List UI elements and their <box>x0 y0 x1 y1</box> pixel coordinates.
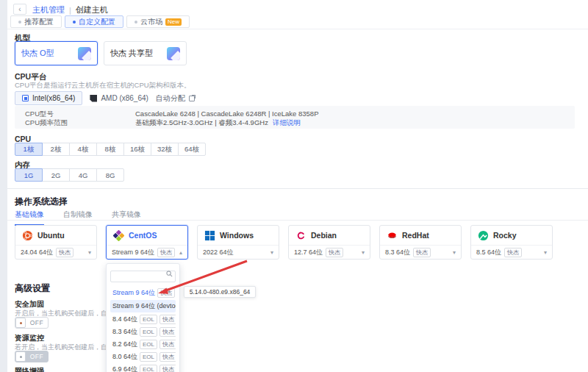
dropdown-option-stream9[interactable]: Stream 9 64位 快杰 <box>110 287 176 298</box>
dropdown-search <box>110 268 176 282</box>
memory-option-1g[interactable]: 1G <box>15 168 43 182</box>
os-name: CentOS <box>129 231 157 240</box>
image-tabs: 基础镜像 自制镜像 共享镜像 <box>15 210 141 226</box>
kuaijie-badge: 快杰 <box>157 288 175 298</box>
platform-option-auto[interactable]: 自动分配 <box>156 93 195 104</box>
dropdown-option-6-9[interactable]: 6.9 64位 EOL 快杰 <box>110 364 176 372</box>
centos-logo-icon <box>113 230 124 241</box>
memory-option-8g[interactable]: 8G <box>96 168 124 182</box>
dropdown-option-8-2[interactable]: 8.2 64位 EOL 快杰 <box>110 339 176 350</box>
cpu-option-8core[interactable]: 8核 <box>96 143 124 156</box>
tab-cloud-market[interactable]: 云市场 New <box>126 15 190 28</box>
chevron-down-icon: ▾ <box>88 249 91 256</box>
os-version: 2022 64位 <box>203 248 234 257</box>
cpu-freq-value: 基础频率2.5GHz-3.0GHz | 睿频3.4-4.9GHz <box>135 118 268 128</box>
security-hardening-toggle[interactable]: OFF <box>15 317 49 329</box>
cpu-option-1core[interactable]: 1核 <box>15 143 43 156</box>
chevron-up-icon: ▴ <box>179 249 182 256</box>
os-version: 12.7 64位 <box>294 248 323 257</box>
search-icon <box>166 271 173 277</box>
tab-custom-config[interactable]: 自定义配置 <box>65 15 123 28</box>
platform-option-intel[interactable]: Intel(x86_64) <box>15 91 82 105</box>
kuaijie-badge: 快杰 <box>159 340 176 349</box>
os-name: RedHat <box>402 231 429 240</box>
option-label: 8.3 64位 <box>112 327 137 337</box>
os-version-select[interactable]: 12.7 64位 快杰 ▾ <box>289 245 370 260</box>
os-version-select[interactable]: 8.3 64位 快杰 ▾ <box>380 245 461 260</box>
os-version-select[interactable]: 24.04 64位 快杰 ▾ <box>15 245 96 260</box>
kuaijie-badge: 快杰 <box>159 315 176 324</box>
os-name: Windows <box>220 231 254 240</box>
kernel-version-tooltip: 5.14.0-480.e9.x86_64 <box>184 286 256 298</box>
memory-option-2g[interactable]: 2G <box>42 168 70 182</box>
security-hardening-label: 安全加固 <box>15 299 44 310</box>
kuaijie-badge: 快杰 <box>159 365 176 372</box>
chevron-down-icon: ▾ <box>362 249 365 256</box>
eol-badge: EOL <box>140 327 157 337</box>
machine-type-name: 快杰 O型 <box>21 48 54 59</box>
tab-recommended-config[interactable]: 推荐配置 <box>10 15 62 28</box>
machine-type-card-kuaijie-o[interactable]: 快杰 O型 <box>15 41 98 65</box>
external-link-icon <box>189 96 195 101</box>
resource-monitor-label: 资源监控 <box>15 333 44 343</box>
tab-label: 推荐配置 <box>24 17 54 27</box>
tab-base-image[interactable]: 基础镜像 <box>15 210 44 226</box>
cpu-core-options: 1核 2核 4核 8核 16核 32核 64核 <box>15 143 206 156</box>
tab-custom-image[interactable]: 自制镜像 <box>63 210 93 226</box>
os-version-select[interactable]: 2022 64位 ▾ <box>198 245 279 260</box>
dropdown-option-stream9-devtool[interactable]: Stream 9 64位 (devtool 快杰 <box>110 300 176 312</box>
os-version-select[interactable]: 8.5 64位 快杰 ▾ <box>471 245 552 260</box>
kuaijie-badge: 快杰 <box>159 352 176 362</box>
chevron-down-icon: ▾ <box>270 249 273 256</box>
kuaijie-badge: 快杰 <box>157 248 175 257</box>
eol-badge: EOL <box>140 315 157 324</box>
dropdown-option-8-4[interactable]: 8.4 64位 EOL 快杰 <box>110 314 176 325</box>
advanced-settings-heading: 高级设置 <box>15 282 50 295</box>
os-card-debian[interactable]: Debian 12.7 64位 快杰 ▾ <box>288 225 370 260</box>
tab-dot-icon <box>73 21 76 24</box>
cpu-option-4core[interactable]: 4核 <box>69 143 97 156</box>
os-card-ubuntu[interactable]: Ubuntu 24.04 64位 快杰 ▾ <box>15 225 97 260</box>
eol-badge: EOL <box>140 352 157 362</box>
memory-option-4g[interactable]: 4G <box>69 168 97 182</box>
redhat-logo-icon <box>387 230 398 241</box>
breadcrumb: 主机管理 | 创建主机 <box>32 4 108 15</box>
tabs-divider <box>7 29 588 29</box>
platform-amd-label: AMD (x86_64) <box>101 94 148 102</box>
option-label: Stream 9 64位 <box>112 288 155 298</box>
tab-label: 云市场 <box>140 17 162 27</box>
resource-monitor-toggle[interactable]: OFF <box>15 351 49 362</box>
cpu-option-2core[interactable]: 2核 <box>42 143 70 156</box>
cpu-option-32core[interactable]: 32核 <box>151 143 179 156</box>
memory-options: 1G 2G 4G 8G <box>15 168 124 182</box>
tab-label: 自定义配置 <box>79 17 115 27</box>
page-left-gutter <box>0 0 7 372</box>
os-card-centos[interactable]: CentOS Stream 9 64位 快杰 ▴ <box>106 225 188 260</box>
chevron-down-icon: ▾ <box>453 249 456 256</box>
dropdown-option-8-3[interactable]: 8.3 64位 EOL 快杰 <box>110 326 176 337</box>
os-card-windows[interactable]: Windows 2022 64位 ▾ <box>197 225 279 260</box>
platform-auto-label: 自动分配 <box>156 93 185 104</box>
os-card-redhat[interactable]: RedHat 8.3 64位 快杰 ▾ <box>379 225 462 260</box>
back-button[interactable]: ‹ <box>13 4 26 15</box>
os-version: 8.3 64位 <box>385 248 410 257</box>
dropdown-option-8-0[interactable]: 8.0 64位 EOL 快杰 <box>110 351 176 362</box>
cpu-option-16core[interactable]: 16核 <box>123 143 151 156</box>
platform-option-amd[interactable]: AMD (x86_64) <box>90 94 148 102</box>
machine-type-card-kuaijie-shared[interactable]: 快杰 共享型 <box>104 41 187 65</box>
kuaijie-badge: 快杰 <box>159 327 176 337</box>
breadcrumb-section[interactable]: 主机管理 <box>32 4 65 15</box>
os-card-header: Debian <box>289 226 370 245</box>
cpu-option-64core[interactable]: 64核 <box>178 143 206 156</box>
tab-shared-image[interactable]: 共享镜像 <box>112 210 141 226</box>
machine-type-name: 快杰 共享型 <box>110 48 153 59</box>
os-card-rocky[interactable]: Rocky 8.5 64位 快杰 ▾ <box>470 225 553 260</box>
os-card-header: RedHat <box>380 226 461 245</box>
machine-type-icon <box>167 47 180 60</box>
new-badge: New <box>165 18 182 26</box>
os-version-select[interactable]: Stream 9 64位 快杰 ▴ <box>107 245 187 260</box>
option-label: 8.4 64位 <box>112 315 137 324</box>
cpu-freq-detail-link[interactable]: 详细说明 <box>273 118 301 128</box>
option-label: 8.2 64位 <box>112 340 137 349</box>
eol-badge: EOL <box>140 340 157 349</box>
